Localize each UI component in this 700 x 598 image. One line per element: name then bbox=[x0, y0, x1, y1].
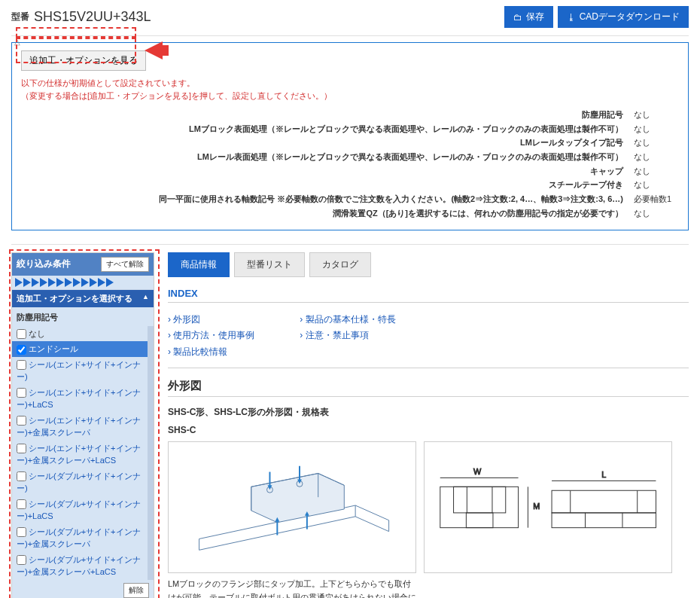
index-link[interactable]: 注意・禁止事項 bbox=[300, 328, 395, 344]
option-link[interactable]: シール(エンド+サイド+インナー)+金属スクレーパ+LaCS bbox=[17, 444, 141, 465]
sidebar-title: 絞り込み条件 bbox=[17, 258, 71, 270]
model-label: 型番 bbox=[11, 11, 29, 23]
spec-val: なし bbox=[634, 178, 679, 192]
option-link[interactable]: シール(エンド+サイド+インナー) bbox=[17, 360, 141, 382]
spec-row: キャップなし bbox=[21, 164, 679, 178]
outline-figure-iso bbox=[168, 441, 416, 573]
svg-marker-7 bbox=[251, 474, 345, 523]
filter-option[interactable]: エンドシール bbox=[12, 341, 148, 357]
cad-label: CADデータダウンロード bbox=[580, 11, 680, 23]
view-options-button[interactable]: 追加工・オプションを見る bbox=[21, 50, 146, 71]
svg-line-4 bbox=[355, 505, 388, 520]
spec-row: LMレール表面処理（※レールとブロックで異なる表面処理や、レールのみ・ブロックの… bbox=[21, 150, 679, 164]
tab-product-info[interactable]: 商品情報 bbox=[168, 252, 230, 277]
spec-val: なし bbox=[634, 164, 679, 178]
index-link[interactable]: 使用方法・使用事例 bbox=[168, 328, 254, 344]
filter-section-header[interactable]: 追加工・オプションを選択する bbox=[12, 290, 154, 307]
outline-figure-ortho: W M L bbox=[424, 441, 672, 573]
spec-row: 潤滑装置QZ（[あり]を選択するには、何れかの防塵用記号の指定が必要です）なし bbox=[21, 206, 679, 221]
spec-key: スチールテープ付き bbox=[21, 178, 623, 192]
spec-row: スチールテープ付きなし bbox=[21, 178, 679, 192]
option-checkbox[interactable] bbox=[17, 388, 26, 398]
svg-text:M: M bbox=[533, 502, 540, 511]
spec-val: 必要軸数1 bbox=[634, 192, 679, 206]
figure-caption: LMブロックのフランジ部にタップ加工。上下どちらからでも取付けが可能。テーブルに… bbox=[168, 578, 416, 598]
option-checkbox[interactable] bbox=[17, 471, 26, 481]
svg-line-5 bbox=[355, 517, 388, 532]
option-link[interactable]: シール(ダブル+サイド+インナー) bbox=[17, 471, 141, 493]
warning-line2: （変更する場合は[追加工・オプションを見る]を押して、設定し直してください。） bbox=[21, 91, 332, 100]
option-link[interactable]: シール(ダブル+サイド+インナー)+金属スクレーパ bbox=[17, 527, 141, 549]
spec-key: LMブロック表面処理（※レールとブロックで異なる表面処理や、レールのみ・ブロック… bbox=[21, 122, 623, 136]
option-label: エンドシール bbox=[29, 344, 78, 353]
save-button[interactable]: 🗀 保存 bbox=[504, 6, 553, 28]
index-link[interactable]: 製品比較情報 bbox=[168, 344, 254, 361]
svg-rect-26 bbox=[466, 513, 493, 528]
spec-key: キャップ bbox=[21, 164, 623, 178]
index-link[interactable]: 外形図 bbox=[168, 312, 254, 328]
option-link[interactable]: シール(エンド+サイド+インナー)+LaCS bbox=[17, 388, 141, 410]
filter-option[interactable]: シール(エンド+サイド+インナー)+金属スクレーパ+LaCS bbox=[12, 441, 148, 468]
spec-row: LMブロック表面処理（※レールとブロックで異なる表面処理や、レールのみ・ブロック… bbox=[21, 122, 679, 136]
spec-row: 同一平面に使用される軸数記号 ※必要軸数の倍数でご注文数を入力ください。(軸数2… bbox=[21, 192, 679, 206]
spec-row: LMレールタップタイプ記号なし bbox=[21, 136, 679, 150]
option-link[interactable]: シール(ダブル+サイド+インナー)+LaCS bbox=[17, 499, 141, 521]
tab-model-list[interactable]: 型番リスト bbox=[234, 252, 305, 277]
section-title-outline: 外形図 bbox=[168, 379, 689, 393]
option-checkbox[interactable] bbox=[17, 444, 26, 453]
spec-val: なし bbox=[634, 122, 679, 136]
sidebar-header: 絞り込み条件 すべて解除 bbox=[12, 253, 154, 276]
filter-option[interactable]: シール(エンド+サイド+インナー)+金属スクレーパ bbox=[12, 413, 148, 441]
option-checkbox[interactable] bbox=[17, 416, 26, 426]
filter-option[interactable]: シール(エンド+サイド+インナー) bbox=[12, 357, 148, 385]
spec-key: 防塵用記号 bbox=[21, 108, 623, 122]
spec-key: LMレール表面処理（※レールとブロックで異なる表面処理や、レールのみ・ブロックの… bbox=[21, 150, 623, 164]
spec-key: 潤滑装置QZ（[あり]を選択するには、何れかの防塵用記号の指定が必要です） bbox=[21, 206, 623, 221]
tab-catalog[interactable]: カタログ bbox=[309, 252, 371, 277]
option-checkbox[interactable] bbox=[17, 527, 26, 537]
spec-key: LMレールタップタイプ記号 bbox=[21, 136, 623, 150]
filter-option[interactable]: シール(ダブル+サイド+インナー)+LaCS bbox=[12, 496, 148, 524]
spec-val: なし bbox=[634, 150, 679, 164]
cad-download-button[interactable]: ⭳ CADデータダウンロード bbox=[558, 6, 689, 28]
option-link[interactable]: シール(エンド+サイド+インナー)+金属スクレーパ bbox=[17, 416, 141, 438]
svg-rect-23 bbox=[453, 487, 505, 514]
content-area: 商品情報 型番リスト カタログ INDEX 外形図使用方法・使用事例製品比較情報… bbox=[168, 252, 689, 599]
spec-val: なし bbox=[634, 206, 679, 221]
section-subtitle: SHS-C形、SHS-LC形の外形図・規格表 bbox=[168, 406, 689, 419]
option-checkbox[interactable] bbox=[17, 345, 26, 355]
spec-key: 同一平面に使用される軸数記号 ※必要軸数の倍数でご注文数を入力ください。(軸数2… bbox=[21, 192, 623, 206]
clear-group-button[interactable]: 解除 bbox=[123, 583, 149, 598]
option-checkbox[interactable] bbox=[17, 555, 26, 565]
option-checkbox[interactable] bbox=[17, 360, 26, 370]
filter-option[interactable]: シール(ダブル+サイド+インナー)+金属スクレーパ bbox=[12, 524, 148, 552]
filter-option[interactable]: シール(ダブル+サイド+インナー) bbox=[12, 468, 148, 496]
collapse-icon[interactable]: △ bbox=[14, 38, 20, 46]
clear-all-button[interactable]: すべて解除 bbox=[101, 257, 149, 272]
spec-warning: 以下の仕様が初期値として設定されています。 （変更する場合は[追加工・オプション… bbox=[21, 77, 679, 102]
variant-label: SHS-C bbox=[168, 425, 689, 435]
download-icon: ⭳ bbox=[567, 12, 576, 23]
progress-arrows bbox=[12, 276, 154, 290]
filter-option[interactable]: シール(ダブル+サイド+インナー)+金属スクレーパ+LaCS bbox=[12, 552, 148, 580]
svg-text:L: L bbox=[601, 471, 606, 480]
option-link[interactable]: シール(ダブル+サイド+インナー)+金属スクレーパ+LaCS bbox=[17, 555, 141, 577]
spec-row: 防塵用記号なし bbox=[21, 108, 679, 122]
option-checkbox[interactable] bbox=[17, 329, 26, 339]
spec-panel: 追加工・オプションを見る 以下の仕様が初期値として設定されています。 （変更する… bbox=[11, 42, 689, 230]
svg-rect-22 bbox=[440, 487, 519, 528]
index-link[interactable]: 製品の基本仕様・特長 bbox=[300, 312, 395, 328]
filter-option[interactable]: シール(エンド+サイド+インナー)+LaCS bbox=[12, 385, 148, 413]
filter-option[interactable]: なし bbox=[12, 326, 148, 342]
option-checkbox[interactable] bbox=[17, 499, 26, 509]
spec-val: なし bbox=[634, 108, 679, 122]
svg-text:W: W bbox=[473, 468, 482, 477]
svg-rect-31 bbox=[552, 491, 656, 514]
sidebar: 絞り込み条件 すべて解除 追加工・オプションを選択する 防塵用記号 なしエンドシ… bbox=[11, 252, 154, 599]
folder-icon: 🗀 bbox=[513, 12, 522, 23]
spec-val: なし bbox=[634, 136, 679, 150]
filter-group-dust: 防塵用記号 bbox=[12, 307, 154, 326]
option-label: なし bbox=[29, 329, 45, 338]
warning-line1: 以下の仕様が初期値として設定されています。 bbox=[21, 78, 195, 87]
model-number: SHS15V2UU+343L bbox=[34, 9, 151, 25]
